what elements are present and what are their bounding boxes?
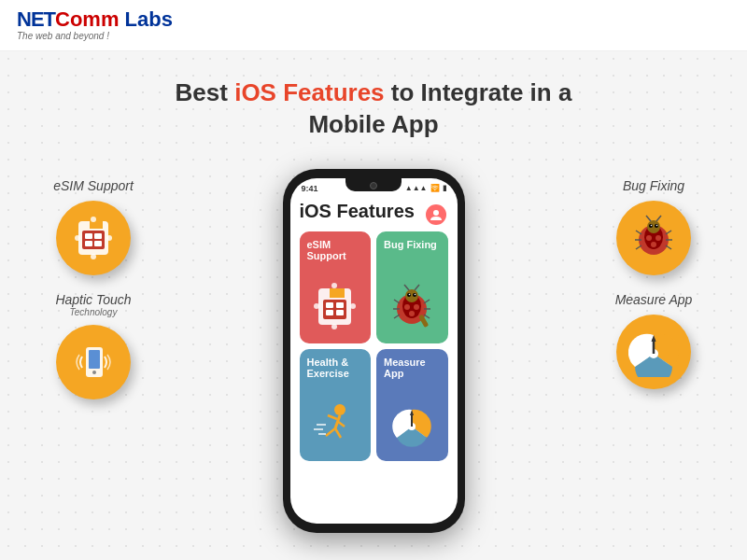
tile-measure-label: Measure App xyxy=(384,357,441,379)
svg-point-14 xyxy=(433,210,439,216)
svg-rect-19 xyxy=(326,310,333,315)
tile-health-label: Health & Exercise xyxy=(307,357,364,379)
title-highlight: iOS Features xyxy=(234,78,384,106)
haptic-icon xyxy=(56,325,131,399)
logo-net: NET xyxy=(17,7,55,31)
svg-point-8 xyxy=(106,235,112,241)
phone-screen: 9:41 ▲▲▲ 🛜 ▮ xyxy=(290,178,458,524)
svg-point-24 xyxy=(331,283,337,288)
svg-point-66 xyxy=(650,225,652,227)
svg-rect-5 xyxy=(94,241,102,246)
svg-point-63 xyxy=(647,220,660,233)
measure-label: Measure App xyxy=(615,292,693,307)
svg-line-50 xyxy=(335,428,341,438)
svg-line-70 xyxy=(636,231,641,234)
main-title: Best iOS Features to Integrate in a Mobi… xyxy=(0,51,747,160)
svg-line-69 xyxy=(656,216,661,221)
svg-rect-20 xyxy=(336,310,344,315)
svg-point-45 xyxy=(334,404,345,415)
haptic-svg xyxy=(69,338,118,386)
tile-bug-label: Bug Fixing xyxy=(384,239,441,250)
svg-line-43 xyxy=(424,315,430,318)
app-tile-measure[interactable]: Measure App xyxy=(376,349,448,461)
tile-measure-icon xyxy=(384,379,441,454)
tile-bug-icon xyxy=(384,250,441,336)
phone-status-icons: ▲▲▲ 🛜 ▮ xyxy=(405,184,446,192)
bug-label: Bug Fixing xyxy=(623,178,684,193)
bug-main-svg xyxy=(628,212,680,263)
bug-icon xyxy=(616,201,691,275)
svg-line-47 xyxy=(328,415,337,419)
phone-user-icon xyxy=(426,204,446,225)
phone-content: iOS Features eSIM Support xyxy=(290,195,458,470)
title-line2: Mobile App xyxy=(308,110,438,138)
feature-bug: Bug Fixing xyxy=(579,178,728,275)
logo-tagline: The web and beyond ! xyxy=(17,32,173,41)
logo-labs: Labs xyxy=(119,7,172,31)
svg-point-22 xyxy=(314,303,319,309)
svg-point-10 xyxy=(91,254,96,259)
svg-point-25 xyxy=(331,324,337,329)
feature-haptic: Haptic Touch Technology xyxy=(19,292,168,399)
measure-main-svg xyxy=(628,326,680,377)
svg-point-62 xyxy=(651,242,656,247)
phone-mockup: 9:41 ▲▲▲ 🛜 ▮ xyxy=(283,169,465,533)
svg-point-31 xyxy=(405,289,418,302)
tile-esim-icon xyxy=(307,261,364,336)
svg-point-23 xyxy=(350,303,356,309)
svg-point-28 xyxy=(404,304,410,310)
title-part2: to Integrate in a xyxy=(385,78,572,106)
svg-point-13 xyxy=(92,371,96,374)
app-tile-bug[interactable]: Bug Fixing xyxy=(376,231,448,343)
svg-point-35 xyxy=(414,293,416,295)
svg-rect-2 xyxy=(85,233,92,239)
svg-line-37 xyxy=(415,285,419,290)
svg-point-67 xyxy=(655,225,657,227)
phone-container: 9:41 ▲▲▲ 🛜 ▮ xyxy=(168,169,579,533)
logo-comm: Comm xyxy=(55,7,119,31)
left-features: eSIM Support xyxy=(19,169,168,399)
measure-icon xyxy=(616,315,691,389)
svg-line-73 xyxy=(666,231,671,234)
app-tile-health[interactable]: Health & Exercise xyxy=(300,349,372,461)
svg-line-40 xyxy=(394,315,400,318)
svg-point-30 xyxy=(409,311,415,316)
feature-measure: Measure App xyxy=(579,292,728,389)
svg-rect-18 xyxy=(336,302,344,308)
svg-point-34 xyxy=(408,293,410,295)
app-tile-esim[interactable]: eSIM Support xyxy=(300,231,372,343)
tile-esim-label: eSIM Support xyxy=(307,239,364,261)
signal-icon: ▲▲▲ xyxy=(405,184,428,192)
app-grid: eSIM Support xyxy=(300,231,448,461)
svg-line-75 xyxy=(666,245,671,249)
svg-line-72 xyxy=(636,245,641,249)
svg-point-60 xyxy=(646,235,652,241)
wifi-icon: 🛜 xyxy=(430,184,440,192)
esim-icon xyxy=(56,201,131,275)
esim-svg xyxy=(69,214,118,262)
svg-rect-17 xyxy=(326,302,333,308)
title-part1: Best xyxy=(176,78,235,106)
phone-camera xyxy=(370,182,377,189)
user-svg xyxy=(430,208,443,221)
svg-line-41 xyxy=(424,300,430,303)
right-features: Bug Fixing xyxy=(579,169,728,389)
content-area: eSIM Support xyxy=(0,169,747,533)
svg-line-36 xyxy=(404,285,409,290)
svg-rect-1 xyxy=(82,231,105,249)
svg-line-68 xyxy=(646,216,651,221)
header: NETComm Labs The web and beyond ! xyxy=(0,0,747,51)
haptic-sublabel: Technology xyxy=(55,307,131,317)
svg-line-38 xyxy=(394,300,400,303)
svg-rect-3 xyxy=(94,233,102,239)
svg-line-49 xyxy=(326,428,335,436)
svg-rect-4 xyxy=(85,241,92,246)
page-container: NETComm Labs The web and beyond ! Best i… xyxy=(0,0,747,560)
tile-health-icon xyxy=(307,379,364,454)
svg-rect-6 xyxy=(90,221,103,229)
svg-point-9 xyxy=(91,217,96,222)
haptic-label: Haptic Touch Technology xyxy=(55,292,131,317)
esim-label: eSIM Support xyxy=(53,178,134,193)
battery-icon: ▮ xyxy=(443,184,446,192)
svg-rect-21 xyxy=(330,288,345,298)
